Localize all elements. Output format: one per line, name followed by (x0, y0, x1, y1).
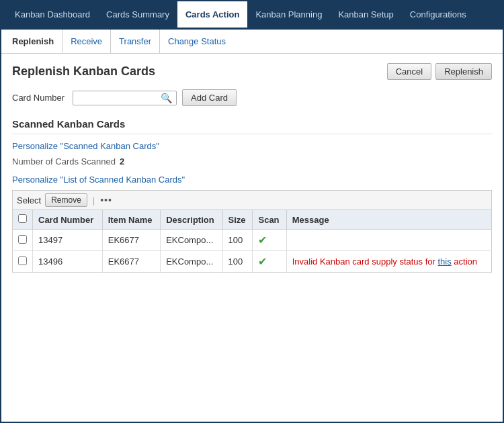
replenish-button[interactable]: Replenish (435, 63, 492, 80)
card-number-input[interactable] (76, 93, 157, 103)
nav-kanban-setup[interactable]: Kanban Setup (330, 1, 401, 30)
page-header: Replenish Kanban Cards Cancel Replenish (12, 63, 492, 80)
subnav-receive[interactable]: Receive (62, 30, 111, 54)
row-message (286, 230, 491, 251)
page-title: Replenish Kanban Cards (12, 64, 155, 79)
table-header-row: Card Number Item Name Description Size S… (13, 210, 492, 230)
scan-check-icon: ✔ (258, 256, 267, 267)
top-nav: Kanban Dashboard Cards Summary Cards Act… (1, 1, 503, 30)
row-card-number: 13497 (33, 230, 103, 251)
more-options-button[interactable]: ••• (100, 195, 112, 205)
cards-scanned-label: Number of Cards Scanned (12, 156, 116, 167)
subnav-replenish[interactable]: Replenish (9, 30, 62, 54)
cards-scanned-value: 2 (120, 156, 124, 167)
nav-kanban-dashboard[interactable]: Kanban Dashboard (7, 1, 98, 30)
card-number-label: Card Number (12, 93, 65, 103)
table-row: 13497EK6677EKCompo...100✔ (13, 230, 492, 251)
row-size: 100 (222, 251, 253, 273)
row-item-name: EK6677 (102, 251, 160, 273)
row-checkbox-0[interactable] (18, 235, 27, 244)
select-all-checkbox[interactable] (18, 214, 27, 223)
header-scan: Scan (253, 210, 286, 230)
table-row: 13496EK6677EKCompo...100✔Invalid Kanban … (13, 251, 492, 273)
nav-cards-summary[interactable]: Cards Summary (98, 1, 177, 30)
toolbar-divider: | (93, 195, 95, 205)
row-item-name: EK6677 (102, 230, 160, 251)
message-link[interactable]: this (437, 256, 451, 267)
sub-nav: Replenish Receive Transfer Change Status (1, 30, 503, 54)
cards-scanned-row: Number of Cards Scanned 2 (12, 156, 492, 167)
subnav-change-status[interactable]: Change Status (160, 30, 234, 54)
scan-check-icon: ✔ (258, 234, 267, 246)
row-checkbox-cell (13, 230, 33, 251)
nav-configurations[interactable]: Configurations (402, 1, 474, 30)
add-card-button[interactable]: Add Card (182, 89, 237, 106)
cancel-button[interactable]: Cancel (387, 63, 431, 80)
row-checkbox-1[interactable] (18, 256, 27, 265)
main-content: Replenish Kanban Cards Cancel Replenish … (1, 54, 503, 282)
row-checkbox-cell (13, 251, 33, 273)
card-number-input-wrap: 🔍 (73, 91, 177, 105)
row-scan: ✔ (253, 230, 286, 251)
app-wrapper: Kanban Dashboard Cards Summary Cards Act… (0, 0, 504, 423)
subnav-transfer[interactable]: Transfer (111, 30, 160, 54)
nav-kanban-planning[interactable]: Kanban Planning (247, 1, 330, 30)
header-select (13, 210, 33, 230)
select-label: Select (17, 195, 41, 205)
row-scan: ✔ (253, 251, 286, 273)
header-description: Description (161, 210, 222, 230)
section-title: Scanned Kanban Cards (12, 118, 492, 134)
row-message: Invalid Kanban card supply status for th… (286, 251, 491, 273)
search-icon: 🔍 (161, 93, 172, 103)
header-size: Size (222, 210, 253, 230)
nav-cards-action[interactable]: Cards Action (177, 1, 247, 30)
card-number-row: Card Number 🔍 Add Card (12, 89, 492, 106)
remove-button[interactable]: Remove (45, 193, 87, 207)
header-item-name: Item Name (102, 210, 160, 230)
header-buttons: Cancel Replenish (387, 63, 492, 80)
search-icon-button[interactable]: 🔍 (159, 93, 173, 103)
header-message: Message (286, 210, 491, 230)
personalize-link-1[interactable]: Personalize "Scanned Kanban Cards" (12, 141, 159, 151)
row-card-number: 13496 (33, 251, 103, 273)
row-description: EKCompo... (161, 230, 222, 251)
row-size: 100 (222, 230, 253, 251)
table-toolbar: Select Remove | ••• (12, 190, 492, 209)
header-card-number: Card Number (33, 210, 103, 230)
row-description: EKCompo... (161, 251, 222, 273)
personalize-link-2[interactable]: Personalize "List of Scanned Kanban Card… (12, 175, 185, 185)
kanban-cards-table: Card Number Item Name Description Size S… (12, 209, 492, 273)
